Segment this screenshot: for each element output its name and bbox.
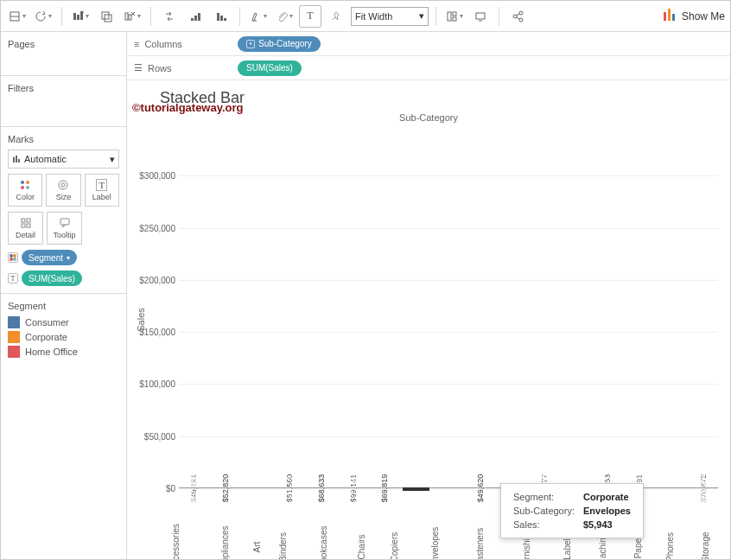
label-pill-icon: T — [8, 273, 18, 283]
show-me-label: Show Me — [682, 10, 725, 22]
filters-shelf[interactable]: Filters — [1, 76, 126, 127]
detail-shelf[interactable]: Detail — [8, 212, 43, 245]
new-sheet-icon[interactable]: + — [69, 5, 92, 28]
pages-shelf[interactable]: Pages — [1, 32, 126, 76]
label-pill-row[interactable]: T SUM(Sales) — [8, 270, 119, 286]
svg-rect-31 — [18, 159, 20, 162]
svg-rect-12 — [191, 18, 194, 21]
pages-title: Pages — [8, 39, 119, 49]
svg-text:+: + — [81, 10, 84, 16]
tooltip-shelf[interactable]: Tooltip — [47, 212, 82, 245]
mark-type-dropdown[interactable]: Automatic▾ — [8, 150, 119, 169]
svg-rect-6 — [102, 12, 109, 19]
svg-rect-41 — [27, 224, 30, 227]
svg-rect-15 — [217, 13, 219, 21]
svg-point-45 — [10, 258, 13, 261]
svg-line-28 — [517, 17, 520, 19]
rows-shelf[interactable]: ☰Rows SUM(Sales) — [127, 56, 730, 80]
legend-swatch — [8, 331, 20, 343]
highlight-icon[interactable] — [247, 5, 270, 28]
color-pill-row[interactable]: Segment▾ — [8, 250, 119, 265]
svg-rect-39 — [27, 219, 30, 222]
legend-item-corporate[interactable]: Corporate — [8, 331, 119, 343]
color-pill-icon — [8, 252, 18, 263]
fit-dropdown[interactable]: Fit Width▾ — [351, 7, 429, 26]
svg-point-37 — [61, 183, 65, 187]
legend-swatch — [8, 316, 20, 328]
pin-icon[interactable] — [325, 5, 347, 28]
rows-icon: ☰ — [134, 62, 143, 73]
svg-rect-20 — [453, 12, 456, 16]
legend-swatch — [8, 346, 20, 358]
svg-line-27 — [517, 14, 520, 16]
legend-item-consumer[interactable]: Consumer — [8, 316, 119, 328]
rows-label: Rows — [148, 63, 172, 73]
svg-point-46 — [13, 258, 16, 261]
sales-pill[interactable]: SUM(Sales) — [22, 270, 82, 286]
svg-rect-29 — [13, 157, 15, 162]
duplicate-sheet-icon[interactable] — [95, 5, 118, 28]
svg-rect-30 — [16, 156, 17, 162]
fit-dropdown-label: Fit Width — [355, 11, 392, 22]
legend-title: Segment — [8, 301, 119, 311]
show-me-button[interactable]: Show Me — [664, 9, 725, 23]
tooltip: Segment:Corporate Sub-Category:Envelopes… — [500, 483, 644, 538]
svg-rect-17 — [224, 18, 226, 21]
segment-pill[interactable]: Segment▾ — [22, 250, 77, 265]
swap-icon[interactable] — [158, 5, 181, 28]
svg-rect-13 — [194, 16, 197, 21]
svg-rect-14 — [198, 13, 200, 21]
svg-rect-8 — [125, 13, 128, 20]
plot-area[interactable]: $49,191$87,105$52,820$51,560$118,161$68,… — [179, 134, 718, 488]
label-shelf[interactable]: T Label — [85, 174, 119, 207]
share-icon[interactable] — [506, 5, 529, 28]
svg-rect-42 — [60, 219, 69, 225]
columns-label: Columns — [144, 39, 181, 49]
filters-title: Filters — [8, 83, 119, 93]
svg-point-36 — [59, 181, 67, 189]
segment-legend: Segment Consumer Corporate Home Office — [1, 294, 126, 367]
svg-point-33 — [26, 181, 29, 184]
svg-rect-40 — [22, 224, 25, 227]
marks-title: Marks — [8, 134, 119, 144]
svg-rect-9 — [129, 15, 131, 20]
sort-desc-icon[interactable] — [210, 5, 232, 28]
svg-rect-19 — [448, 12, 451, 21]
marks-card: Marks Automatic▾ Color Size T Label — [1, 127, 126, 294]
top-toolbar: + T Fit Width▾ Show Me — [1, 1, 730, 32]
tooltip-icon — [59, 217, 71, 229]
clear-sheet-icon[interactable] — [121, 5, 143, 28]
color-icon — [19, 179, 31, 191]
svg-point-35 — [26, 186, 29, 189]
svg-rect-16 — [220, 16, 223, 21]
chart-area[interactable]: Stacked Bar ©tutorialgateway.org Sub-Cat… — [127, 80, 730, 559]
svg-rect-2 — [73, 13, 76, 20]
label-toggle-icon[interactable]: T — [299, 5, 321, 28]
detail-icon — [20, 217, 32, 229]
svg-point-34 — [21, 186, 24, 189]
label-icon: T — [96, 179, 107, 191]
refresh-icon[interactable] — [32, 5, 54, 28]
columns-icon: ≡ — [134, 39, 139, 49]
svg-point-43 — [10, 254, 13, 258]
svg-rect-7 — [105, 15, 111, 22]
legend-item-homeoffice[interactable]: Home Office — [8, 346, 119, 358]
mark-type-label: Automatic — [24, 154, 67, 164]
datasource-icon[interactable] — [6, 5, 29, 28]
y-axis-ticks: $0$50,000$100,000$150,000$200,000$250,00… — [132, 134, 175, 488]
color-shelf[interactable]: Color — [8, 174, 42, 207]
svg-rect-21 — [453, 17, 456, 21]
svg-point-32 — [21, 181, 24, 184]
show-me-icon — [664, 9, 677, 23]
columns-pill[interactable]: + Sub-Category — [238, 36, 321, 52]
dashboard-icon[interactable] — [443, 5, 466, 28]
columns-shelf[interactable]: ≡Columns + Sub-Category — [127, 32, 730, 56]
svg-point-44 — [13, 254, 16, 258]
attach-icon[interactable] — [273, 5, 296, 28]
size-shelf[interactable]: Size — [46, 174, 80, 207]
plus-icon: + — [246, 40, 255, 48]
rows-pill[interactable]: SUM(Sales) — [238, 60, 302, 76]
presentation-icon[interactable] — [469, 5, 492, 28]
svg-rect-3 — [77, 15, 79, 20]
sort-asc-icon[interactable] — [184, 5, 207, 28]
